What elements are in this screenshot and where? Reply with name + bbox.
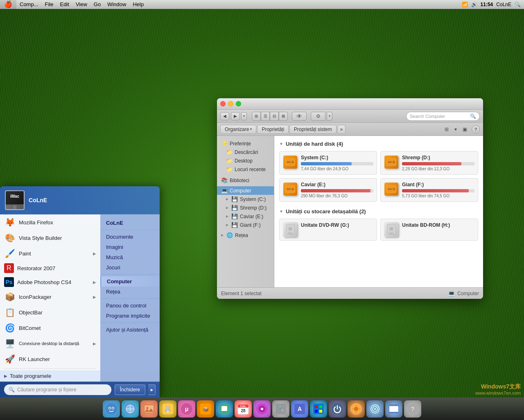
- menu-window[interactable]: Window: [104, 0, 129, 9]
- menu-help[interactable]: Help: [129, 0, 147, 9]
- start-app-vista-builder[interactable]: 🎨 Vista Style Builder: [0, 230, 100, 246]
- sidebar-item-computer[interactable]: 💻 Computer: [217, 186, 274, 195]
- search-box[interactable]: Search Computer 🔍: [406, 112, 480, 121]
- start-app-firefox[interactable]: 🦊 Mozilla Firefox: [0, 215, 100, 230]
- sidebar-item-descarcari[interactable]: 📁 Descărcări: [217, 148, 274, 156]
- app-label: Restorator 2007: [17, 265, 55, 271]
- dock-item-app-store[interactable]: A: [291, 400, 308, 418]
- drive-dvd[interactable]: Unitate DVD-RW (G:): [279, 219, 377, 241]
- hard-drives-section-title: Unități de hard disk (4): [279, 141, 478, 147]
- help-button[interactable]: ?: [472, 125, 480, 133]
- volume-icon[interactable]: 🔊: [471, 2, 477, 7]
- drive-bd[interactable]: Unitate BD-ROM (H:): [380, 219, 478, 241]
- sidebar-item-retea[interactable]: ▶ 🌐 Rețea: [217, 231, 274, 239]
- start-search-box[interactable]: 🔍 Căutare programe și fișiere: [4, 384, 111, 395]
- sidebar-item-c[interactable]: ▶ 💾 System (C:): [217, 195, 274, 203]
- start-right-ajutor[interactable]: Ajutor și Asistență: [100, 325, 160, 335]
- dock-item-network[interactable]: [366, 400, 384, 418]
- sidebar-item-f[interactable]: ▶ 💾 Giant (F:): [217, 221, 274, 229]
- more-button[interactable]: »: [337, 125, 346, 134]
- layout-pane[interactable]: ▣: [460, 125, 469, 134]
- dock-item-sys-prefs[interactable]: [348, 400, 365, 418]
- drive-c[interactable]: System (C:) 7,44 GO liber din 24,9 GO: [279, 151, 377, 175]
- back-button[interactable]: ◀: [220, 112, 229, 120]
- apple-menu[interactable]: 🍎: [0, 0, 16, 9]
- dock-item-browser[interactable]: [122, 400, 139, 418]
- view-icons[interactable]: ⊞: [252, 112, 261, 121]
- dock-item-im[interactable]: [216, 400, 233, 418]
- gear-button[interactable]: ⚙: [311, 112, 325, 121]
- start-right-colne[interactable]: CoLnE: [100, 218, 160, 228]
- drive-d[interactable]: Shremp (D:) 2,28 GO liber din 12,3 GO: [380, 151, 478, 175]
- layout-icon1[interactable]: ⊞: [442, 125, 451, 134]
- shutdown-arrow[interactable]: ▶: [148, 384, 156, 395]
- start-app-rklauncher[interactable]: 🚀 RK Launcher: [0, 351, 100, 367]
- start-right-imagini[interactable]: Imagini: [100, 242, 160, 252]
- drive-f[interactable]: Giant (F:) 5,73 GO liber din 74,5 GO: [380, 178, 478, 202]
- start-app-bitcomet[interactable]: 🌀 BitComet: [0, 320, 100, 336]
- sidebar-item-preferinte[interactable]: ⭐ Preferințe: [217, 139, 274, 148]
- start-right-programe[interactable]: Programe implicite: [100, 311, 160, 321]
- sidebar-item-e[interactable]: ▶ 💾 Caviar (E:): [217, 212, 274, 221]
- gear-dropdown[interactable]: ▾: [327, 112, 332, 121]
- forward-button[interactable]: ▶: [231, 112, 240, 120]
- start-right-panou[interactable]: Panou de control: [100, 300, 160, 311]
- shutdown-button[interactable]: Închidere: [115, 384, 145, 395]
- search-icon: 🔍: [9, 387, 15, 393]
- sidebar-item-locuri-recente[interactable]: 📁 Locuri recente: [217, 165, 274, 174]
- view-list[interactable]: ☰: [261, 112, 270, 121]
- dock-item-calendar[interactable]: CAL28: [235, 400, 252, 418]
- start-app-photoshop[interactable]: Ps Adobe Photoshop CS4 ▶: [0, 275, 100, 289]
- start-right-computer[interactable]: Computer: [100, 276, 160, 287]
- sidebar-item-biblioteci[interactable]: 📚 Biblioteci: [217, 176, 274, 185]
- start-right-documente[interactable]: Documente: [100, 232, 160, 242]
- nav-dropdown[interactable]: ▾: [241, 112, 247, 120]
- dock-item-photos[interactable]: [140, 400, 158, 418]
- dock-item-transmit[interactable]: 📦: [197, 400, 214, 418]
- system-properties-button[interactable]: Proprietăți sistem: [289, 125, 337, 134]
- dock-item-finder[interactable]: [103, 400, 120, 418]
- start-app-objectbar[interactable]: 📋 ObjectBar: [0, 305, 100, 320]
- dock-item-unknown[interactable]: ?: [404, 400, 421, 418]
- dock-item-mu[interactable]: μ: [178, 400, 195, 418]
- start-right-retea[interactable]: Rețea: [100, 287, 160, 297]
- svg-rect-3: [287, 161, 291, 163]
- start-app-iconpackager[interactable]: 📦 IconPackager ▶: [0, 289, 100, 305]
- network-icon: 🌐: [226, 232, 233, 238]
- window-maximize-button[interactable]: [236, 101, 241, 106]
- organize-button[interactable]: Organizare ▾: [220, 125, 256, 134]
- sidebar-item-desktop[interactable]: 📁 Desktop: [217, 156, 274, 165]
- dock-item-finder2[interactable]: [385, 400, 402, 418]
- start-app-restorator[interactable]: R Restorator 2007: [0, 261, 100, 275]
- dock-item-tools[interactable]: 🔧: [272, 400, 289, 418]
- all-programs-button[interactable]: Toate programele: [0, 370, 100, 382]
- view-columns[interactable]: ⊟: [270, 112, 279, 121]
- dock-item-power[interactable]: [329, 400, 346, 418]
- preview-button[interactable]: 👁: [292, 112, 307, 121]
- statusbar-location: Computer: [457, 291, 479, 296]
- search-icon[interactable]: 🔍: [515, 2, 521, 7]
- menu-go[interactable]: Go: [90, 0, 104, 9]
- menu-edit[interactable]: Edit: [56, 0, 72, 9]
- drive-e[interactable]: Caviar (E:) 290 MO liber din 76,3 GO: [279, 178, 377, 202]
- properties-button[interactable]: Proprietăți: [257, 125, 289, 134]
- window-close-button[interactable]: [220, 101, 226, 106]
- dock-item-windows[interactable]: [310, 400, 327, 418]
- start-app-rdp[interactable]: 🖥️ Conexiune desktop la distanță ▶: [0, 336, 100, 351]
- start-app-paint[interactable]: 🖌️ Paint ▶: [0, 246, 100, 261]
- layout-icon2[interactable]: ▾: [451, 125, 460, 134]
- svg-point-49: [261, 408, 263, 410]
- sidebar-item-d[interactable]: ▶ 💾 Shremp (D:): [217, 203, 274, 212]
- start-right-jocuri[interactable]: Jocuri: [100, 262, 160, 273]
- menu-view[interactable]: View: [72, 0, 90, 9]
- start-right-muzica[interactable]: Muzică: [100, 252, 160, 262]
- menu-comp[interactable]: Comp...: [16, 0, 42, 9]
- svg-point-6: [393, 161, 395, 163]
- drive-d-name: Shremp (D:): [402, 155, 474, 160]
- dock-item-itunes[interactable]: [253, 400, 271, 418]
- menu-file[interactable]: File: [42, 0, 57, 9]
- window-minimize-button[interactable]: [228, 101, 233, 106]
- drive-c-icon: [283, 155, 298, 169]
- view-cover[interactable]: ⊠: [279, 112, 288, 121]
- dock-item-rabbit[interactable]: 🐰: [159, 400, 176, 418]
